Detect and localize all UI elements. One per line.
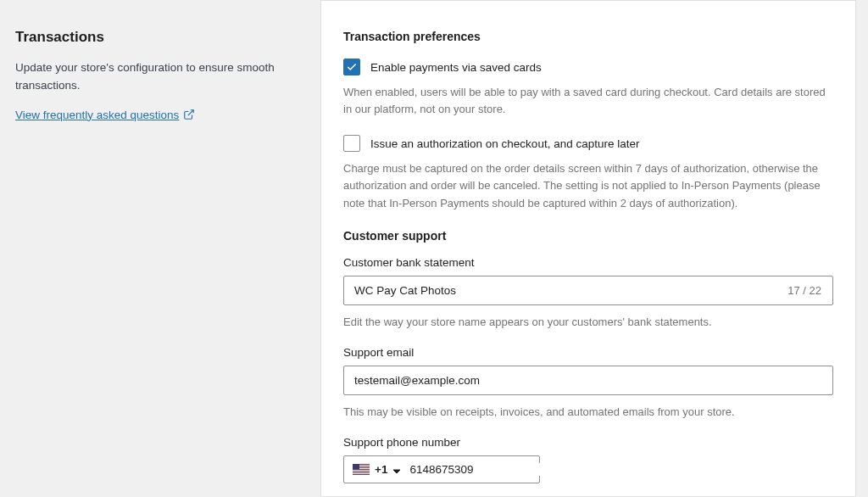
settings-container: Transactions Update your store's configu… bbox=[0, 0, 868, 497]
support-phone-input[interactable] bbox=[409, 463, 553, 476]
faq-link[interactable]: View frequently asked questions bbox=[15, 109, 195, 121]
support-email-wrapper bbox=[343, 366, 833, 395]
settings-panel: Transaction preferences Enable payments … bbox=[320, 0, 856, 497]
bank-statement-wrapper: 17 / 22 bbox=[343, 276, 833, 305]
saved-cards-row[interactable]: Enable payments via saved cards bbox=[343, 59, 833, 75]
dial-code: +1 bbox=[375, 463, 387, 476]
check-icon bbox=[346, 61, 358, 73]
bank-statement-counter: 17 / 22 bbox=[787, 284, 821, 297]
sidebar-description: Update your store's configuration to ens… bbox=[15, 59, 300, 95]
country-selector[interactable]: +1 bbox=[343, 455, 540, 483]
support-phone-label: Support phone number bbox=[343, 436, 833, 449]
support-email-help: This may be visible on receipts, invoice… bbox=[343, 404, 833, 421]
saved-cards-label: Enable payments via saved cards bbox=[370, 61, 542, 74]
bank-statement-input[interactable] bbox=[343, 276, 833, 305]
faq-link-text: View frequently asked questions bbox=[15, 109, 179, 121]
support-phone-row: +1 bbox=[343, 455, 833, 483]
auth-capture-checkbox[interactable] bbox=[343, 135, 360, 152]
saved-cards-checkbox[interactable] bbox=[343, 59, 360, 75]
support-phone-help: This may be visible on receipts, invoice… bbox=[343, 492, 833, 497]
auth-capture-label: Issue an authorization on checkout, and … bbox=[370, 137, 639, 150]
auth-capture-help: Charge must be captured on the order det… bbox=[343, 160, 833, 211]
external-link-icon bbox=[183, 109, 195, 120]
bank-statement-label: Customer bank statement bbox=[343, 256, 833, 269]
section-title-support: Customer support bbox=[343, 229, 833, 243]
bank-statement-help: Edit the way your store name appears on … bbox=[343, 314, 833, 331]
chevron-down-icon bbox=[392, 466, 399, 472]
auth-capture-row[interactable]: Issue an authorization on checkout, and … bbox=[343, 135, 833, 152]
support-email-input[interactable] bbox=[343, 366, 833, 395]
svg-line-0 bbox=[188, 110, 193, 115]
sidebar-title: Transactions bbox=[15, 29, 300, 46]
support-email-label: Support email bbox=[343, 346, 833, 359]
sidebar: Transactions Update your store's configu… bbox=[0, 0, 320, 497]
flag-us-icon bbox=[353, 464, 370, 475]
saved-cards-help: When enabled, users will be able to pay … bbox=[343, 84, 833, 118]
section-title-preferences: Transaction preferences bbox=[343, 30, 833, 43]
